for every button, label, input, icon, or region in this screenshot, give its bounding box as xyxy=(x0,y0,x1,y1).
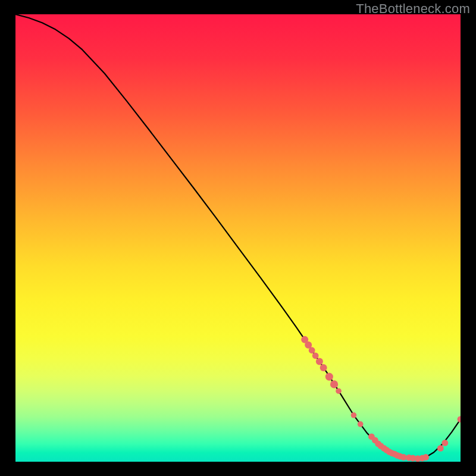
curve-marker xyxy=(437,445,444,452)
curve-marker xyxy=(441,440,448,446)
curve-marker xyxy=(330,380,338,388)
chart-stage: TheBottleneck.com xyxy=(0,0,476,476)
plot-area xyxy=(15,14,461,462)
curve-marker xyxy=(309,347,315,353)
curve-marker xyxy=(458,416,461,422)
curve-marker xyxy=(358,421,364,427)
bottleneck-curve xyxy=(15,14,461,459)
curve-marker xyxy=(320,364,327,371)
curve-markers xyxy=(301,336,461,462)
curve-marker xyxy=(325,373,333,381)
curve-marker xyxy=(312,352,319,359)
curve-marker xyxy=(316,358,323,365)
curve-marker xyxy=(336,388,342,394)
curve-marker xyxy=(422,454,429,461)
curve-layer xyxy=(15,14,461,462)
curve-marker xyxy=(351,412,357,418)
